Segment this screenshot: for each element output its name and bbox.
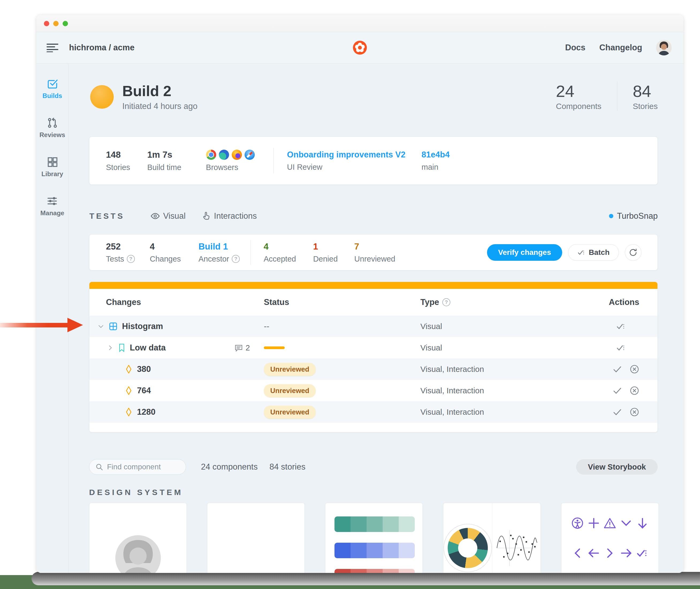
library-grid-icon	[47, 156, 58, 168]
commit-link[interactable]: 81e4b4	[421, 150, 449, 160]
build-subtitle: Initiated 4 hours ago	[122, 102, 198, 111]
line-chart-thumbnail	[492, 511, 541, 573]
close-window-button[interactable]	[44, 21, 49, 26]
chevron-down-icon	[620, 517, 632, 529]
component-grid-icon	[109, 322, 118, 331]
sidebar-item-manage[interactable]: Manage	[40, 195, 64, 217]
table-row-1280[interactable]: 1280 Unreviewed Visual, Interaction	[89, 401, 657, 423]
design-system-heading: DESIGN SYSTEM	[89, 488, 183, 497]
build-time: 1m 7s Build time	[147, 150, 181, 172]
deny-circle-x-icon[interactable]	[630, 386, 639, 395]
changelog-link[interactable]: Changelog	[599, 43, 642, 52]
breadcrumb[interactable]: hichroma / acme	[69, 43, 134, 52]
window-drop-shadow	[32, 572, 700, 585]
page-title: Build 2	[122, 83, 198, 99]
review-link[interactable]: Onboarding improvements V2	[287, 150, 406, 160]
docs-link[interactable]: Docs	[565, 43, 586, 52]
unreviewed-count: 7 Unreviewed	[354, 241, 395, 263]
search-field[interactable]	[89, 459, 186, 475]
menu-icon[interactable]	[47, 43, 58, 52]
interactions-toggle[interactable]: Interactions	[201, 211, 257, 221]
minimize-window-button[interactable]	[53, 21, 59, 26]
annotation-arrow-tail	[0, 323, 68, 328]
viewport-diamond-icon	[125, 407, 133, 417]
chevron-right-icon[interactable]	[107, 344, 114, 351]
build-progress-bar	[89, 282, 657, 289]
viewport-diamond-icon	[125, 365, 133, 374]
changes-count: 4 Changes	[150, 241, 181, 263]
batch-accept-icon[interactable]	[616, 322, 626, 331]
stories-stat: 84 Stories	[617, 82, 658, 111]
verify-changes-button[interactable]: Verify changes	[487, 244, 563, 261]
status-badge: Unreviewed	[264, 384, 316, 397]
view-storybook-button[interactable]: View Storybook	[576, 459, 658, 475]
component-card-avatar[interactable]	[89, 503, 187, 573]
ancestor-link[interactable]: Build 1	[199, 241, 240, 252]
commit: 81e4b4 main	[421, 150, 449, 172]
icon-grid	[570, 517, 651, 559]
component-card-icons[interactable]	[561, 503, 659, 573]
accept-check-icon[interactable]	[613, 386, 622, 395]
type-help-icon[interactable]: ?	[442, 298, 450, 306]
user-avatar-image	[656, 40, 672, 55]
manage-sliders-icon	[47, 195, 58, 207]
stories-count-text: 84 stories	[270, 462, 305, 472]
arrow-down-icon	[636, 517, 649, 529]
turbosnap-dot-icon	[609, 214, 613, 218]
swatch-red	[334, 569, 415, 573]
ancestor-help-icon[interactable]: ?	[232, 255, 240, 263]
warning-triangle-icon	[604, 517, 616, 529]
accept-check-icon[interactable]	[613, 364, 622, 374]
table-row-764[interactable]: 764 Unreviewed Visual, Interaction	[89, 380, 657, 401]
table-row-380[interactable]: 380 Unreviewed Visual, Interaction	[89, 359, 657, 380]
app-header: hichroma / acme Docs Changelog	[36, 32, 683, 63]
safari-browser-icon	[245, 150, 255, 160]
component-card-avatar-list[interactable]: + 10	[207, 503, 305, 573]
tests-count: 252 Tests?	[106, 241, 135, 263]
tests-help-icon[interactable]: ?	[127, 255, 135, 263]
deny-circle-x-icon[interactable]	[630, 364, 639, 374]
changes-table-card: Changes Status Type? Actions Histogram -…	[89, 282, 658, 432]
components-count-text: 24 components	[201, 462, 258, 472]
comment-icon	[235, 344, 243, 352]
user-avatar[interactable]	[656, 40, 672, 55]
refresh-button[interactable]	[625, 244, 641, 261]
component-card-color-swatches[interactable]	[325, 503, 423, 573]
turbosnap-indicator[interactable]: TurboSnap	[609, 211, 658, 221]
build-header: Build 2 Initiated 4 hours ago	[90, 83, 198, 111]
sidebar-item-reviews[interactable]: Reviews	[39, 117, 65, 139]
column-changes: Changes	[106, 298, 264, 307]
search-icon	[95, 463, 103, 471]
eye-icon	[150, 211, 160, 221]
table-row-histogram[interactable]: Histogram -- Visual	[89, 316, 657, 337]
chevron-right-icon	[604, 547, 616, 559]
sidebar-item-builds[interactable]: Builds	[43, 78, 62, 100]
status-badge: Unreviewed	[264, 406, 316, 419]
accept-check-icon[interactable]	[613, 407, 622, 417]
tests-summary-card: 252 Tests? 4 Changes Build 1 Ancestor? 4	[89, 234, 658, 270]
browsers: Browsers	[206, 150, 255, 172]
app-body: hichroma / acme Docs Changelog	[36, 32, 683, 573]
build-status-circle	[90, 85, 114, 109]
table-row-low-data[interactable]: Low data 2 Visual	[89, 337, 657, 359]
sidebar-item-library[interactable]: Library	[41, 156, 63, 178]
reviews-pullrequest-icon	[47, 117, 58, 129]
arrow-right-icon	[620, 547, 632, 559]
story-progress-bar	[264, 347, 285, 349]
deny-circle-x-icon[interactable]	[630, 407, 639, 417]
chevron-down-icon[interactable]	[97, 323, 104, 330]
batch-button[interactable]: Batch	[568, 244, 619, 261]
chrome-browser-icon	[206, 150, 216, 160]
component-card-charts[interactable]	[443, 503, 541, 573]
swatch-teal	[334, 517, 415, 532]
ui-review: Onboarding improvements V2 UI Review	[287, 150, 406, 172]
batch-accept-icon[interactable]	[616, 343, 626, 353]
chromatic-logo-icon[interactable]	[353, 41, 367, 55]
zoom-window-button[interactable]	[63, 21, 68, 26]
comment-count[interactable]: 2	[235, 344, 250, 352]
visual-toggle[interactable]: Visual	[150, 211, 186, 221]
firefox-browser-icon	[232, 150, 242, 160]
column-status: Status	[264, 298, 420, 307]
search-input[interactable]	[107, 463, 180, 471]
builds-checkbox-icon	[47, 78, 58, 89]
